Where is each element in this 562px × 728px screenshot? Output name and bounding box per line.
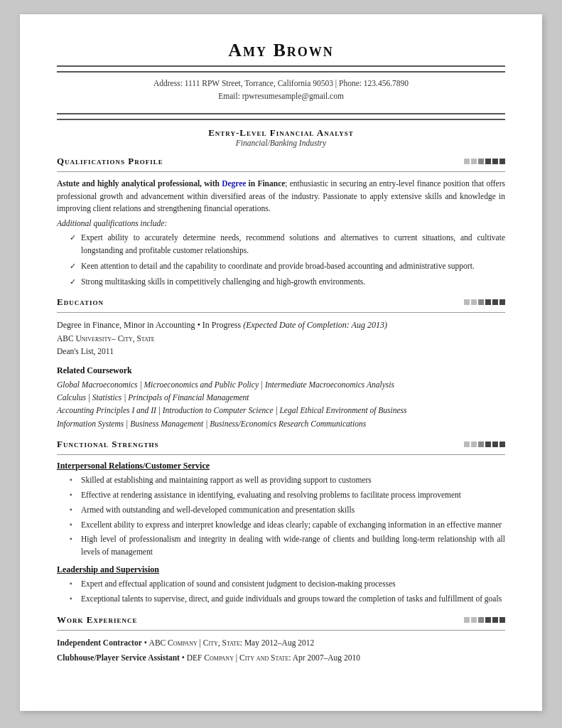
top-divider — [57, 65, 505, 67]
qualifications-bullets: Expert ability to accurately determine n… — [70, 232, 505, 288]
strengths-title: Functional Strengths — [57, 439, 158, 450]
leadership-bullets: Expert and effectual application of soun… — [70, 578, 505, 606]
leader-bullet-2: Exceptional talents to supervise, direct… — [70, 593, 505, 606]
dot — [492, 299, 498, 305]
interp-bullet-5: High level of professionalism and integr… — [70, 533, 505, 559]
job-title-block: Entry-Level Financial Analyst Financial/… — [57, 127, 505, 147]
section-dots-work — [464, 617, 505, 623]
interp-bullet-2: Effective at rendering assistance in ide… — [70, 489, 505, 502]
interp-bullet-4: Excellent ability to express and interpr… — [70, 519, 505, 532]
qual-bullet-1: Expert ability to accurately determine n… — [70, 232, 505, 257]
coursework-line-1: Global Macroeconomics | Microeconomics a… — [57, 378, 505, 391]
dot — [499, 617, 505, 623]
dot — [478, 617, 484, 623]
additional-qualifications-label: Additional qualifications include: — [57, 219, 505, 228]
section-dots-edu — [464, 299, 505, 305]
dot — [485, 617, 491, 623]
dot — [492, 617, 498, 623]
dot — [464, 441, 470, 447]
section-dots — [464, 159, 505, 164]
degree-link-qual[interactable]: Degree — [222, 179, 246, 188]
work-divider — [57, 630, 505, 631]
strengths-section-header: Functional Strengths — [57, 439, 505, 450]
qual-bullet-3: Strong multitasking skills in competitiv… — [70, 276, 505, 289]
address-line: Address: 1111 RPW Street, Torrance, Cali… — [57, 77, 505, 90]
school-name: ABC University– City, State — [57, 333, 505, 345]
dot — [464, 159, 470, 164]
dot — [485, 299, 491, 305]
section-dots-str — [464, 441, 505, 447]
degree-link-edu[interactable]: Degree — [57, 320, 82, 330]
dot — [478, 441, 484, 447]
coursework-line-3: Accounting Principles I and II | Introdu… — [57, 404, 505, 417]
interp-bullet-1: Skilled at establishing and maintaining … — [70, 474, 505, 487]
dot — [492, 441, 498, 447]
deans-list: Dean's List, 2011 — [57, 346, 505, 358]
contact-divider — [57, 113, 505, 114]
interp-bullet-3: Armed with outstanding and well-develope… — [70, 504, 505, 517]
dot — [485, 441, 491, 447]
education-divider — [57, 312, 505, 313]
contact-info: Address: 1111 RPW Street, Torrance, Cali… — [57, 77, 505, 103]
leadership-title: Leadership and Supervision — [57, 564, 505, 575]
education-section-header: Education — [57, 296, 505, 308]
job-subtitle: Financial/Banking Industry — [57, 139, 505, 147]
resume-page: Amy Brown Address: 1111 RPW Street, Torr… — [20, 14, 542, 711]
dot — [478, 299, 484, 305]
dot — [499, 441, 505, 447]
work-entry-2: Clubhouse/Player Service Assistant • DEF… — [57, 651, 505, 664]
interpersonal-bullets: Skilled at establishing and maintaining … — [70, 474, 505, 559]
coursework-line-4: Information Systems | Business Managemen… — [57, 417, 505, 430]
leader-bullet-1: Expert and effectual application of soun… — [70, 578, 505, 591]
qualifications-section-header: Qualifications Profile — [57, 156, 505, 167]
dot — [478, 159, 484, 164]
dot — [485, 159, 491, 164]
degree-rest: in Finance, Minor in Accounting — [82, 320, 195, 330]
dot — [464, 617, 470, 623]
dot — [499, 159, 505, 164]
work-title: Work Experience — [57, 614, 137, 626]
degree-status: • In Progress (Expected Date of Completi… — [195, 320, 387, 330]
work-entry-1: Independent Contractor • ABC Company | C… — [57, 636, 505, 649]
education-title: Education — [57, 296, 104, 308]
dot — [464, 299, 470, 305]
interpersonal-title: Interpersonal Relations/Customer Service — [57, 461, 505, 471]
name-header: Amy Brown — [57, 40, 505, 61]
work-section-header: Work Experience — [57, 614, 505, 626]
strengths-divider — [57, 454, 505, 455]
dot — [471, 441, 477, 447]
coursework-title: Related Coursework — [57, 365, 505, 376]
qualifications-intro: Astute and highly analytical professiona… — [57, 178, 505, 215]
coursework-lines: Global Macroeconomics | Microeconomics a… — [57, 378, 505, 431]
degree-line: Degree in Finance, Minor in Accounting •… — [57, 318, 505, 331]
contact-divider-2 — [57, 119, 505, 120]
qual-bullet-2: Keen attention to detail and the capabil… — [70, 260, 505, 273]
dot — [471, 159, 477, 164]
job-title: Entry-Level Financial Analyst — [57, 127, 505, 139]
qualifications-divider — [57, 171, 505, 172]
dot — [492, 159, 498, 164]
top-divider-2 — [57, 71, 505, 73]
qualifications-title: Qualifications Profile — [57, 156, 163, 167]
dot — [499, 299, 505, 305]
dot — [471, 617, 477, 623]
dot — [471, 299, 477, 305]
email-line: Email: rpwresumesample@gmail.com — [57, 90, 505, 102]
coursework-line-2: Calculus | Statistics | Principals of Fi… — [57, 391, 505, 404]
